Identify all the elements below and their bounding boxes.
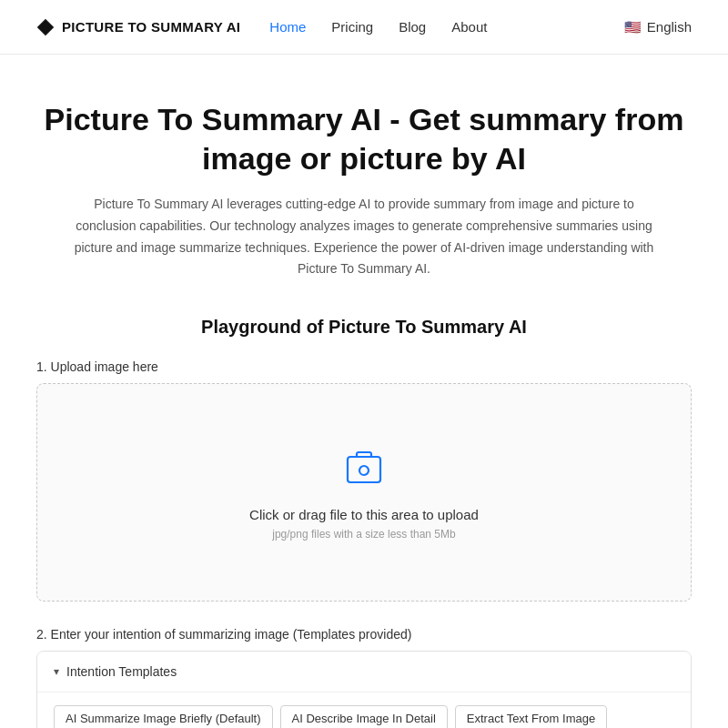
site-logo[interactable]: PICTURE TO SUMMARY AI [36,18,240,36]
language-label: English [647,19,692,35]
step1-label: 1. Upload image here [36,359,692,374]
hero-description: Picture To Summary AI leverages cutting-… [73,194,655,280]
template-btn-1[interactable]: AI Describe Image In Detail [280,705,448,728]
nav-pricing[interactable]: Pricing [331,19,373,35]
navbar: PICTURE TO SUMMARY AI Home Pricing Blog … [0,0,728,55]
hero-section: Picture To Summary AI - Get summary from… [0,55,728,308]
upload-icon [340,444,388,494]
hero-title: Picture To Summary AI - Get summary from… [36,100,692,177]
intention-body: AI Summarize Image Briefly (Default) AI … [37,692,691,728]
flag-icon: 🇺🇸 [624,19,642,35]
intention-header-label: Intention Templates [66,664,177,679]
upload-main-text: Click or drag file to this area to uploa… [249,507,479,522]
svg-rect-0 [348,457,380,482]
nav-home[interactable]: Home [269,19,306,35]
svg-rect-2 [348,457,380,464]
language-selector[interactable]: 🇺🇸 English [624,19,692,35]
nav-blog[interactable]: Blog [399,19,426,35]
upload-sub-text: jpg/png files with a size less than 5Mb [272,528,455,541]
svg-point-1 [359,466,369,475]
template-btn-0[interactable]: AI Summarize Image Briefly (Default) [54,705,273,728]
template-btn-2[interactable]: Extract Text From Image [455,705,607,728]
intention-box: ▾ Intention Templates AI Summarize Image… [36,651,692,728]
playground-section: Playground of Picture To Summary AI 1. U… [18,308,710,728]
template-row-1: AI Summarize Image Briefly (Default) AI … [54,705,674,728]
playground-title: Playground of Picture To Summary AI [36,317,692,338]
step2-label: 2. Enter your intention of summarizing i… [36,627,692,642]
intention-header[interactable]: ▾ Intention Templates [37,652,691,692]
logo-icon [36,18,55,36]
upload-area[interactable]: Click or drag file to this area to uploa… [36,383,692,602]
nav-links: Home Pricing Blog About [269,19,623,35]
logo-text: PICTURE TO SUMMARY AI [62,19,240,35]
nav-about[interactable]: About [451,19,487,35]
chevron-down-icon: ▾ [54,665,59,678]
